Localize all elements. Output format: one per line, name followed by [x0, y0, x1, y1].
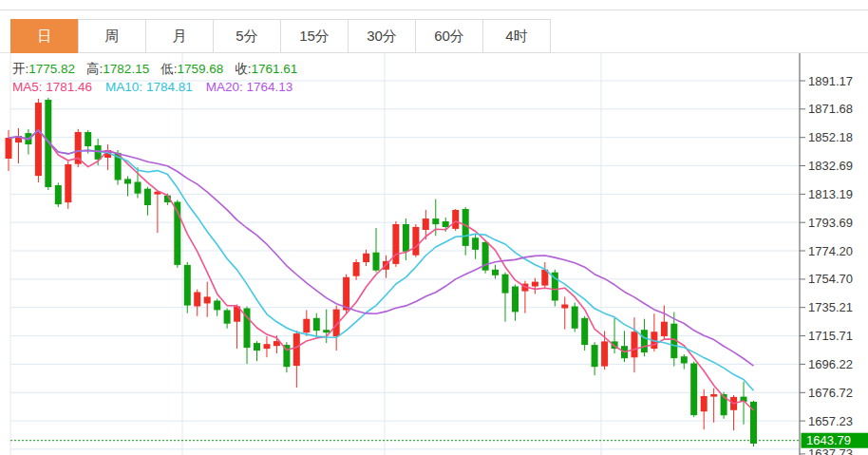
close-label: 收:: [235, 62, 251, 76]
candle-body: [701, 396, 708, 411]
candle-body: [403, 224, 409, 252]
tab-5min[interactable]: 5分: [213, 19, 281, 53]
open-value: 1775.82: [28, 62, 75, 76]
close-value: 1761.61: [252, 62, 298, 76]
candle-body: [144, 189, 151, 205]
tab-week[interactable]: 周: [78, 19, 146, 53]
candle-body: [432, 218, 439, 224]
tab-15min[interactable]: 15分: [280, 19, 349, 53]
tab-4hour[interactable]: 4时: [482, 19, 551, 53]
candle-body: [55, 185, 62, 204]
y-axis-label: 1871.68: [808, 102, 853, 116]
tab-60min[interactable]: 60分: [415, 19, 483, 53]
candle-body: [502, 275, 509, 294]
open-label: 开:: [12, 62, 28, 76]
candle-body: [661, 322, 668, 336]
candle-body: [632, 332, 638, 357]
y-axis-label: 1676.72: [808, 386, 853, 400]
y-axis-label: 1891.17: [808, 74, 853, 88]
y-axis-label: 1774.20: [808, 244, 853, 258]
ma5-value: MA5: 1781.46: [12, 80, 92, 94]
candle-body: [592, 345, 598, 367]
y-axis-label: 1813.19: [808, 187, 853, 201]
candle-body: [392, 224, 399, 264]
candle-body: [343, 277, 349, 311]
timeframe-tabs: 日 周 月 5分 15分 30分 60分 4时: [10, 19, 551, 53]
candle-body: [124, 179, 131, 183]
candle-body: [641, 330, 648, 352]
candle-body: [353, 262, 360, 276]
candle-body: [254, 343, 260, 351]
candle-body: [85, 132, 91, 146]
candle-body: [690, 364, 697, 416]
candles: [6, 98, 758, 446]
y-axis-label: 1852.18: [808, 130, 853, 144]
top-divider: [0, 9, 868, 10]
candle-body: [601, 341, 608, 366]
candle-body: [423, 218, 429, 230]
candle-body: [472, 237, 479, 250]
current-price-value: 1643.79: [806, 433, 851, 447]
tab-30min[interactable]: 30分: [348, 19, 416, 53]
candle-body: [492, 270, 499, 275]
y-axis-label: 1715.71: [808, 329, 853, 343]
candle-body: [373, 253, 380, 271]
y-axis: 1891.171871.681852.181832.691813.191793.…: [800, 53, 853, 455]
candle-body: [452, 210, 459, 229]
tab-day[interactable]: 日: [10, 19, 79, 53]
candle-body: [681, 356, 688, 363]
y-axis-label: 1832.69: [808, 159, 853, 173]
candle-body: [135, 182, 142, 194]
low-label: 低:: [160, 62, 177, 76]
candle-body: [512, 287, 519, 313]
candle-body: [204, 296, 211, 303]
y-axis-label: 1793.69: [808, 216, 853, 230]
candle-body: [303, 319, 310, 332]
candle-body: [293, 333, 300, 366]
y-axis-label: 1696.22: [808, 357, 853, 371]
candle-body: [581, 318, 588, 345]
candle-body: [35, 103, 42, 176]
candle-body: [323, 330, 330, 332]
low-value: 1759.68: [177, 62, 223, 76]
y-axis-label: 1735.21: [808, 300, 853, 314]
high-value: 1782.15: [103, 62, 149, 76]
high-label: 高:: [86, 62, 103, 76]
candle-body: [184, 265, 191, 306]
candle-body: [363, 254, 369, 262]
tab-month[interactable]: 月: [145, 19, 214, 53]
y-axis-label: 1657.23: [808, 414, 853, 428]
candle-body: [561, 305, 568, 309]
candle-body: [6, 138, 12, 159]
candle-body: [710, 394, 717, 397]
candle-body: [214, 301, 220, 311]
kline-chart-screen: 1891.171871.681852.181832.691813.191793.…: [0, 0, 868, 455]
candle-body: [65, 164, 71, 202]
ma20-value: MA20: 1764.13: [206, 80, 293, 94]
y-axis-label: 1754.70: [808, 272, 853, 286]
ma10-value: MA10: 1784.81: [105, 80, 193, 94]
candle-body: [194, 293, 200, 307]
current-price-badge: 1643.79: [802, 433, 868, 448]
candle-body: [313, 318, 320, 331]
candle-body: [532, 282, 538, 287]
candle-body: [443, 221, 449, 227]
ma-readout: MA5: 1781.46MA10: 1784.81MA20: 1764.13: [12, 80, 292, 94]
candle-body: [572, 307, 578, 329]
ohlc-readout: 开:1775.82高:1782.15低:1759.68收:1761.61: [12, 61, 309, 78]
grid: [10, 53, 800, 455]
candle-body: [412, 227, 419, 256]
candle-body: [264, 344, 271, 349]
candle-body: [224, 311, 231, 324]
